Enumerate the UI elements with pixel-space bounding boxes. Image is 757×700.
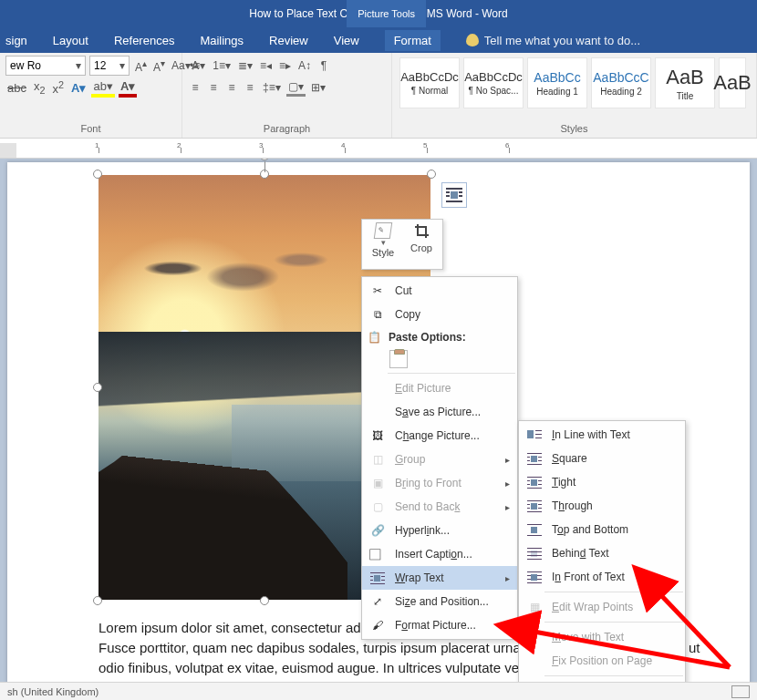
text-effects-button[interactable]: A▾	[69, 80, 88, 96]
crop-icon	[413, 222, 430, 241]
shrink-font-button[interactable]: A▾	[151, 57, 166, 75]
menu-paste-options-header: 📋Paste Options:	[362, 326, 517, 348]
copy-icon: ⧉	[368, 308, 388, 321]
style-no-spacing[interactable]: AaBbCcDc¶ No Spac...	[463, 57, 524, 108]
font-color-button[interactable]: A▾	[119, 78, 137, 98]
wrap-in-front[interactable]: In Front of Text	[519, 565, 685, 589]
increase-indent-button[interactable]: ≡▸	[277, 58, 293, 73]
svg-rect-1	[451, 191, 458, 199]
caption-icon: ⃞	[368, 548, 388, 561]
picture-context-menu: ✂Cut ⧉Copy 📋Paste Options: Edit Picture …	[361, 276, 518, 640]
subscript-button[interactable]: x2	[32, 78, 47, 97]
menu-format-picture[interactable]: 🖌Format Picture...	[362, 613, 517, 637]
menu-size-and-position[interactable]: ⤢Size and Position...	[362, 590, 517, 613]
wrap-tight[interactable]: Tight	[519, 470, 685, 494]
group-label-font: Font	[5, 121, 176, 138]
menu-cut[interactable]: ✂Cut	[362, 279, 517, 303]
wrap-text-submenu: In Line with Text Square Tight Through T…	[518, 420, 686, 700]
menu-wrap-text[interactable]: Wrap Text▸	[362, 566, 517, 590]
resize-handle-w[interactable]	[93, 383, 102, 392]
group-label-styles: Styles	[398, 121, 751, 138]
tab-view[interactable]: View	[334, 34, 359, 47]
wrap-fix-position: Fix Position on Page	[519, 649, 685, 673]
lightbulb-icon	[466, 34, 479, 46]
menu-hyperlink[interactable]: 🔗Hyperlink...	[362, 519, 517, 542]
borders-button[interactable]: ⊞▾	[309, 80, 327, 95]
sort-button[interactable]: A↕	[296, 58, 313, 73]
style-heading-1[interactable]: AaBbCcHeading 1	[527, 57, 587, 108]
strikethrough-button[interactable]: abc	[5, 80, 28, 96]
picture-mini-toolbar: ✎ ▾ Style Crop	[361, 219, 443, 270]
scissors-icon: ✂	[368, 284, 388, 297]
grow-font-button[interactable]: A▴	[133, 57, 148, 75]
behind-text-icon	[527, 548, 542, 559]
layout-options-button[interactable]	[441, 182, 467, 208]
style-normal[interactable]: AaBbCcDc¶ Normal	[399, 57, 460, 108]
svg-rect-2	[446, 191, 450, 193]
justify-button[interactable]: ≡	[243, 80, 257, 95]
mini-crop-button[interactable]: Crop	[403, 222, 440, 269]
shading-button[interactable]: ▢▾	[286, 79, 306, 97]
menu-copy[interactable]: ⧉Copy	[362, 303, 517, 326]
bullets-button[interactable]: •≡▾	[188, 58, 207, 73]
align-left-button[interactable]: ≡	[188, 80, 202, 95]
tab-references[interactable]: References	[114, 34, 174, 47]
in-line-icon	[527, 429, 542, 440]
style-icon: ✎	[374, 222, 393, 239]
font-name-combo[interactable]: ▾	[5, 56, 86, 76]
tab-format[interactable]: Format	[385, 30, 441, 51]
group-paragraph: •≡▾ 1≡▾ ≣▾ ≡◂ ≡▸ A↕ ¶ ≡ ≡ ≡ ≡ ‡≡▾ ▢▾ ⊞▾ …	[182, 53, 392, 138]
mini-style-button[interactable]: ✎ ▾ Style	[365, 222, 401, 269]
send-back-icon: ▢	[368, 500, 388, 513]
horizontal-ruler[interactable]: 1 2 3 4 5 6	[0, 139, 757, 159]
picture-tools-contextual-tab[interactable]: Picture Tools	[347, 0, 426, 27]
line-spacing-button[interactable]: ‡≡▾	[261, 80, 283, 95]
wrap-behind-text[interactable]: Behind Text	[519, 541, 685, 565]
tab-review[interactable]: Review	[269, 34, 308, 47]
font-size-combo[interactable]: ▾	[89, 56, 130, 76]
svg-rect-4	[446, 195, 450, 197]
svg-rect-3	[459, 191, 462, 193]
tab-mailings[interactable]: Mailings	[200, 34, 244, 47]
menu-insert-caption[interactable]: ⃞Insert Caption...	[362, 542, 517, 566]
group-styles: AaBbCcDc¶ Normal AaBbCcDc¶ No Spac... Aa…	[392, 53, 757, 138]
menu-save-as-picture[interactable]: Save as Picture...	[362, 400, 517, 424]
resize-handle-nw[interactable]	[93, 170, 102, 179]
menu-change-picture[interactable]: 🖼Change Picture...	[362, 424, 517, 448]
wrap-text-icon	[368, 572, 388, 583]
multilevel-list-button[interactable]: ≣▾	[236, 58, 254, 73]
tab-design[interactable]: sign	[5, 34, 27, 47]
tab-layout[interactable]: Layout	[53, 34, 88, 47]
resize-handle-sw[interactable]	[93, 596, 102, 605]
align-center-button[interactable]: ≡	[206, 80, 221, 95]
style-title[interactable]: AaBTitle	[655, 57, 715, 108]
menu-send-to-back: ▢Send to Back▸	[362, 495, 517, 519]
tell-me-search[interactable]: Tell me what you want to do...	[466, 34, 640, 47]
change-picture-icon: 🖼	[368, 429, 388, 442]
font-size-input[interactable]	[90, 57, 116, 75]
resize-handle-s[interactable]	[260, 596, 269, 605]
wrap-square[interactable]: Square	[519, 447, 685, 470]
rotate-handle[interactable]	[259, 159, 270, 160]
paste-keep-source-icon[interactable]	[389, 350, 408, 368]
group-icon: ◫	[368, 453, 388, 466]
top-bottom-icon	[527, 524, 542, 535]
superscript-button[interactable]: x2	[51, 78, 67, 97]
resize-handle-ne[interactable]	[427, 170, 436, 179]
style-more[interactable]: AaB	[719, 57, 746, 108]
edit-points-icon: ▦	[524, 601, 544, 613]
numbering-button[interactable]: 1≡▾	[211, 58, 233, 73]
style-heading-2[interactable]: AaBbCcCHeading 2	[591, 57, 651, 108]
decrease-indent-button[interactable]: ≡◂	[258, 58, 274, 73]
font-name-input[interactable]	[6, 57, 72, 75]
document-area[interactable]: Lorem ipsum dolor sit amet, consectetur …	[0, 159, 757, 700]
align-right-button[interactable]: ≡	[224, 80, 239, 95]
wrap-top-bottom[interactable]: Top and Bottom	[519, 518, 685, 541]
highlight-button[interactable]: ab▾	[91, 78, 114, 98]
wrap-through[interactable]: Through	[519, 494, 685, 518]
wrap-in-line[interactable]: In Line with Text	[519, 423, 685, 447]
view-mode-button[interactable]	[731, 685, 750, 698]
status-language[interactable]: sh (United Kingdom)	[7, 686, 99, 697]
ribbon: ▾ ▾ A▴ A▾ Aa▾ A̷ abc x2 x2 A▾ ab▾ A▾ Fon…	[0, 53, 757, 139]
show-marks-button[interactable]: ¶	[316, 58, 331, 73]
